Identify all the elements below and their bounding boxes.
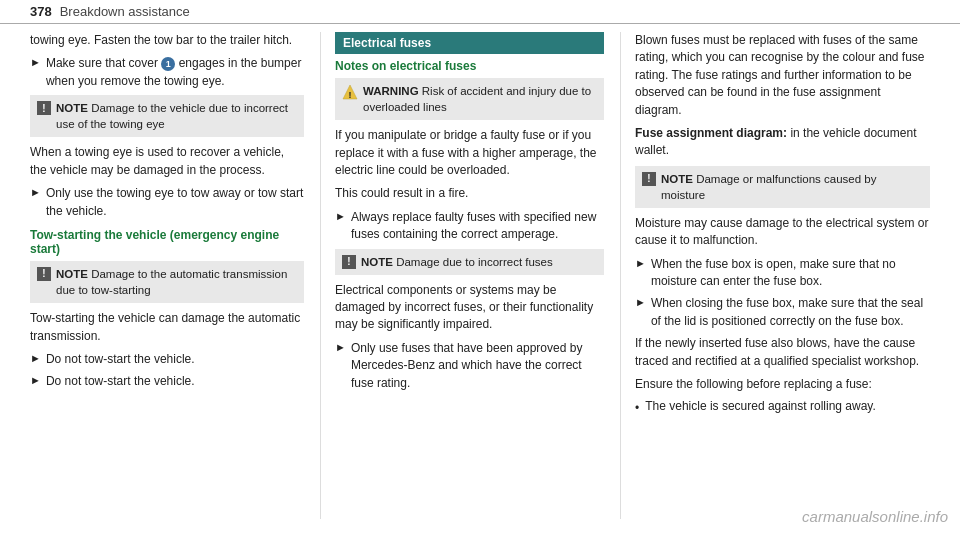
note1-text: Damage to the vehicle due to incorrect u… <box>56 102 288 130</box>
note-right-text: Damage or malfunctions caused by moistur… <box>661 173 876 201</box>
para1-right: Blown fuses must be replaced with fuses … <box>635 32 930 119</box>
para2-mid: This could result in a fire. <box>335 185 604 202</box>
arrow-icon-right-2: ► <box>635 296 646 308</box>
note-icon-1: ! <box>37 101 51 115</box>
section-title: Breakdown assistance <box>60 4 190 19</box>
note-mid-label: NOTE <box>361 256 393 268</box>
intro-text: towing eye. Fasten the tow bar to the tr… <box>30 32 304 49</box>
note-icon-mid: ! <box>342 255 356 269</box>
mid-bullet1-text: Always replace faulty fuses with specifi… <box>351 209 604 244</box>
note-box-1: ! NOTE Damage to the vehicle due to inco… <box>30 95 304 137</box>
note2-label: NOTE <box>56 268 88 280</box>
right-bullet-1: ► When the fuse box is open, make sure t… <box>635 256 930 291</box>
bullet4-text: Do not tow-start the vehicle. <box>46 373 195 390</box>
para1-mid: If you manipulate or bridge a faulty fus… <box>335 127 604 179</box>
note-icon-right: ! <box>642 172 656 186</box>
warning-label: WARNING <box>363 85 419 97</box>
para3-mid: Electrical components or systems may be … <box>335 282 604 334</box>
tow-start-heading: Tow-starting the vehicle (emergency engi… <box>30 228 304 256</box>
left-column: towing eye. Fasten the tow bar to the tr… <box>30 32 320 519</box>
mid-bullet-2: ► Only use fuses that have been approved… <box>335 340 604 392</box>
note2-text: Damage to the automatic transmission due… <box>56 268 287 296</box>
bullet2-text: Only use the towing eye to tow away or t… <box>46 185 304 220</box>
arrow-icon-4: ► <box>30 374 41 386</box>
note-right-label: NOTE <box>661 173 693 185</box>
warning-icon: ! <box>342 83 358 103</box>
arrow-icon-right-1: ► <box>635 257 646 269</box>
note-mid-text: Damage due to incorrect fuses <box>396 256 553 268</box>
page-header: 378 Breakdown assistance <box>0 0 960 24</box>
para3-right: Moisture may cause damage to the electri… <box>635 215 930 250</box>
note-box-right: ! NOTE Damage or malfunctions caused by … <box>635 166 930 208</box>
warning-box: ! WARNING Risk of accident and injury du… <box>335 78 604 120</box>
note1-label: NOTE <box>56 102 88 114</box>
bullet-item-4: ► Do not tow-start the vehicle. <box>30 373 304 390</box>
svg-text:!: ! <box>349 90 352 100</box>
arrow-icon-mid-2: ► <box>335 341 346 353</box>
bullet1-text: Make sure that cover <box>46 56 158 70</box>
page-number: 378 <box>30 4 52 19</box>
arrow-icon-1: ► <box>30 56 41 68</box>
electrical-fuses-bar: Electrical fuses <box>335 32 604 54</box>
para4-right: If the newly inserted fuse also blows, h… <box>635 335 930 370</box>
bullet-item-3: ► Do not tow-start the vehicle. <box>30 351 304 368</box>
dot-bullet-1: • The vehicle is secured against rolling… <box>635 399 930 415</box>
arrow-icon-mid-1: ► <box>335 210 346 222</box>
arrow-icon-3: ► <box>30 352 41 364</box>
bullet-item-2: ► Only use the towing eye to tow away or… <box>30 185 304 220</box>
para5-right: Ensure the following before replacing a … <box>635 376 930 393</box>
right-bullet1-text: When the fuse box is open, make sure tha… <box>651 256 930 291</box>
mid-bullet2-text: Only use fuses that have been approved b… <box>351 340 604 392</box>
note-box-mid: ! NOTE Damage due to incorrect fuses <box>335 249 604 275</box>
para1-left: When a towing eye is used to recover a v… <box>30 144 304 179</box>
note-icon-2: ! <box>37 267 51 281</box>
dot1-text: The vehicle is secured against rolling a… <box>645 399 876 413</box>
right-column: Blown fuses must be replaced with fuses … <box>620 32 930 519</box>
right-bullet-2: ► When closing the fuse box, make sure t… <box>635 295 930 330</box>
arrow-icon-2: ► <box>30 186 41 198</box>
circle-number: 1 <box>161 57 175 71</box>
note-box-2: ! NOTE Damage to the automatic transmiss… <box>30 261 304 303</box>
middle-column: Electrical fuses Notes on electrical fus… <box>320 32 620 519</box>
bullet-item-1: ► Make sure that cover 1 engages in the … <box>30 55 304 90</box>
mid-bullet-1: ► Always replace faulty fuses with speci… <box>335 209 604 244</box>
right-bullet2-text: When closing the fuse box, make sure tha… <box>651 295 930 330</box>
notes-heading: Notes on electrical fuses <box>335 59 604 73</box>
fuse-diagram-term: Fuse assignment diagram: <box>635 126 787 140</box>
bullet3-text: Do not tow-start the vehicle. <box>46 351 195 368</box>
watermark: carmanualsonline.info <box>802 508 948 525</box>
para2-right: Fuse assignment diagram: in the vehicle … <box>635 125 930 160</box>
para2-left: Tow-starting the vehicle can damage the … <box>30 310 304 345</box>
dot-icon-1: • <box>635 401 639 415</box>
